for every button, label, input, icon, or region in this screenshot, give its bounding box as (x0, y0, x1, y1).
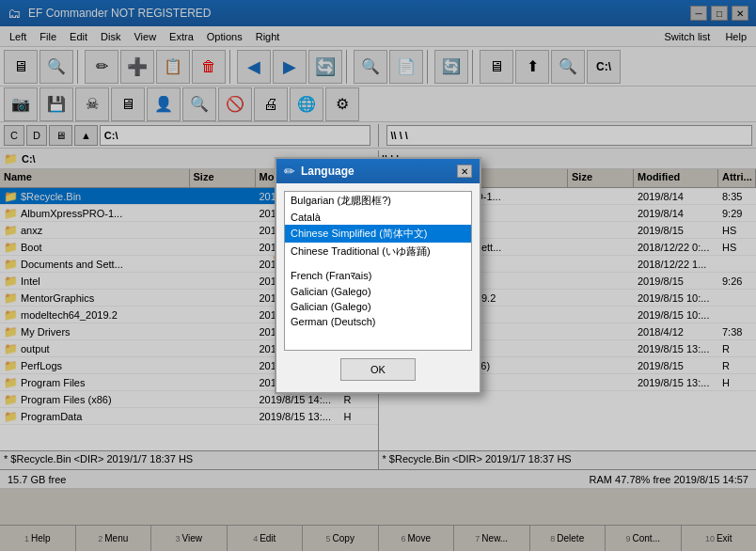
language-item[interactable]: Galician (Galego) (285, 299, 471, 314)
modal-overlay: ✏ Language ✕ Bulgarian (龙腮图框?)CatalàChin… (0, 0, 756, 551)
language-item[interactable]: Bulgarian (龙腮图框?) (285, 192, 471, 210)
dialog-pencil-icon: ✏ (284, 164, 295, 179)
language-item[interactable]: French (Franरais) (285, 268, 471, 284)
dialog-ok-button[interactable]: OK (340, 358, 416, 381)
language-item[interactable]: Galician (Galego) (285, 284, 471, 299)
language-item[interactable]: Català (285, 210, 471, 225)
language-item[interactable]: German (Deutsch) (285, 314, 471, 329)
language-item[interactable]: Chinese Traditional (いゆ蕗踊) (285, 243, 471, 260)
dialog-body: Bulgarian (龙腮图框?)CatalàChinese Simplifie… (276, 183, 480, 392)
language-item[interactable]: Chinese Simplified (简体中文) (285, 225, 471, 243)
dialog-close-button[interactable]: ✕ (457, 165, 472, 178)
language-listbox[interactable]: Bulgarian (龙腮图框?)CatalàChinese Simplifie… (284, 191, 472, 351)
dialog-title-text: Language (301, 165, 354, 178)
dialog-title-bar: ✏ Language ✕ (276, 159, 480, 183)
language-dialog: ✏ Language ✕ Bulgarian (龙腮图框?)CatalàChin… (275, 157, 481, 394)
